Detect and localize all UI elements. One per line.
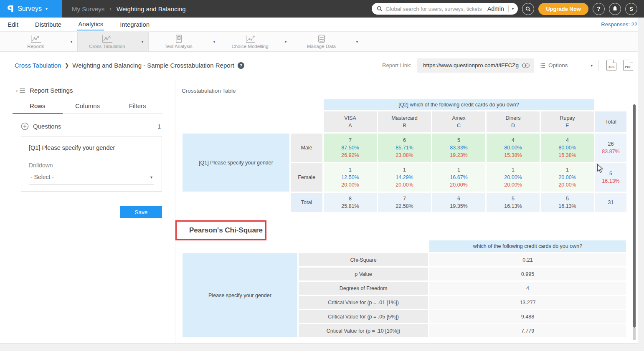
column-name: Diners [505,114,520,122]
cell-count: 6 [403,136,406,144]
report-help-icon[interactable]: ? [238,62,244,69]
report-link-url[interactable]: https://www.questionpro.com/t/lFFCZg [423,62,519,68]
pearson-highlight-box: Pearson's Chi-Square [175,220,266,240]
cross-tabulation-dropdown-caret[interactable]: ▾ [137,32,148,51]
tab-filters[interactable]: Filters [112,102,162,114]
upgrade-now-button[interactable]: Upgrade Now [538,3,588,15]
options-button[interactable]: Options ▾ [540,62,593,68]
questionpro-logo-icon: P [7,4,14,14]
cell-male-mastercard: 6 85.71% 23.08% [378,134,431,162]
toolbar-group-text-analysis: Text Analysis ▾ [149,32,220,51]
hamburger-icon [19,88,25,93]
cell-female-total: 5 16.13% [595,163,626,192]
question-text: [Q1] Please specify your gender [29,144,154,151]
cell-total-amex: 6 19.35% [432,193,485,212]
add-question-icon[interactable] [21,122,29,130]
top-navbar: P Surveys ▾ My Surveys › Weighting and B… [0,0,644,18]
navbar-breadcrumb: My Surveys › Weighting and Balancing [72,5,186,13]
text-analysis-dropdown-caret[interactable]: ▾ [208,32,220,51]
chi-value-chi-square: 0.21 [429,253,626,266]
cell-row-pct: 87.50% [341,144,359,152]
cell-col-pct: 15.38% [504,152,522,159]
chevron-down-icon: ▾ [591,63,593,68]
options-label: Options [548,62,568,68]
column-code: C [457,122,461,129]
copy-link-icon[interactable] [522,63,530,68]
product-menu[interactable]: P Surveys ▾ [0,0,62,18]
chevron-down-icon[interactable]: ▾ [509,7,514,11]
text-document-icon [175,35,183,43]
report-link-box: https://www.questionpro.com/t/lFFCZg [417,58,534,73]
drilldown-select[interactable]: - Select - ▾ [29,174,154,184]
column-name: Mastercard [391,114,418,122]
cell-pct: 16.13% [558,202,576,210]
page-scrollbar-track[interactable] [638,18,644,351]
search-input[interactable] [385,6,485,12]
cell-male-total: 26 83.87% [595,134,626,162]
help-button[interactable]: ? [593,3,605,15]
reports-button[interactable]: Reports [6,32,66,51]
cell-col-pct: 20.00% [396,181,413,189]
search-button[interactable] [522,3,534,15]
manage-data-dropdown-caret[interactable]: ▾ [351,32,363,51]
toolbar-group-manage-data: Manage Data ▾ [292,32,363,51]
cell-count: 26 [608,140,614,148]
user-avatar[interactable]: S [625,3,637,15]
search-scope-selector[interactable]: Admin [485,5,509,12]
cell-count: 6 [457,195,460,202]
choice-modelling-button[interactable]: Choice Modelling [220,32,280,51]
column-header-rupay: Rupay E [541,111,594,132]
choice-modelling-dropdown-caret[interactable]: ▾ [280,32,292,51]
breadcrumb-my-surveys[interactable]: My Surveys [72,5,104,13]
text-analysis-button[interactable]: Text Analysis [149,32,208,51]
tab-rows[interactable]: Rows [13,102,63,114]
tab-analytics[interactable]: Analytics [77,19,104,30]
cell-female-visa: 1 12.50% 20.00% [324,163,377,192]
cell-count: 1 [512,166,515,174]
column-header-diners: Diners D [487,111,540,132]
cell-female-amex: 1 16.67% 20.00% [432,163,485,192]
content-scrollbar-thumb[interactable] [633,104,636,328]
crosstab-section-title: Crosstabulation Table [182,88,644,94]
reports-dropdown-caret[interactable]: ▾ [66,32,77,51]
text-analysis-label: Text Analysis [165,44,192,49]
cell-pct: 16.13% [602,177,619,185]
xls-icon: XLS [609,65,615,69]
cross-tabulation-button[interactable]: Cross-Tabulation [78,32,137,51]
cell-total-diners: 5 16.13% [487,193,540,212]
analytics-toolbar: Reports ▾ Cross-Tabulation ▾ Text Analys… [0,31,644,52]
tab-integration[interactable]: Integration [119,19,150,30]
cell-col-pct: 26.92% [341,152,359,159]
product-name: Surveys [18,5,42,13]
tab-edit[interactable]: Edit [7,19,19,30]
save-button[interactable]: Save [120,206,162,218]
cell-col-pct: 23.08% [396,152,413,159]
column-name: Amex [452,114,466,122]
cross-tabulation-label: Cross-Tabulation [89,44,125,49]
cell-total-rupay: 5 16.13% [541,193,594,212]
export-xls-button[interactable]: XLS [606,60,616,71]
collapse-panel-button[interactable]: ‹ [16,87,25,94]
report-main: Crosstabulation Table [Q2] which of the … [175,79,644,343]
crosstab-table: [Q2] which of the following credit cards… [183,99,644,212]
line-chart-icon [30,35,41,43]
cell-row-pct: 20.00% [558,174,576,181]
tab-distribute[interactable]: Distribute [34,19,62,30]
manage-data-button[interactable]: Manage Data [292,32,351,51]
content-scrollbar-track[interactable] [633,328,636,340]
notifications-button[interactable] [609,3,621,15]
column-code: B [403,122,406,129]
tab-columns[interactable]: Columns [63,102,113,114]
search-icon [525,6,531,12]
cross-tabulation-breadcrumb-link[interactable]: Cross Tabulation [15,62,61,69]
survey-subnav: Edit Distribute Analytics Integration Re… [0,18,644,31]
report-settings-title: Report Settings [30,87,73,94]
cell-count: 7 [349,136,352,144]
pdf-icon: PDF [625,65,631,69]
cell-count: 8 [349,195,352,202]
chevron-down-icon: ▾ [150,175,152,179]
panel-divider [13,201,162,201]
export-pdf-button[interactable]: PDF [623,60,633,71]
cell-pct: 25.81% [341,202,359,210]
column-header-mastercard: Mastercard B [378,111,431,132]
